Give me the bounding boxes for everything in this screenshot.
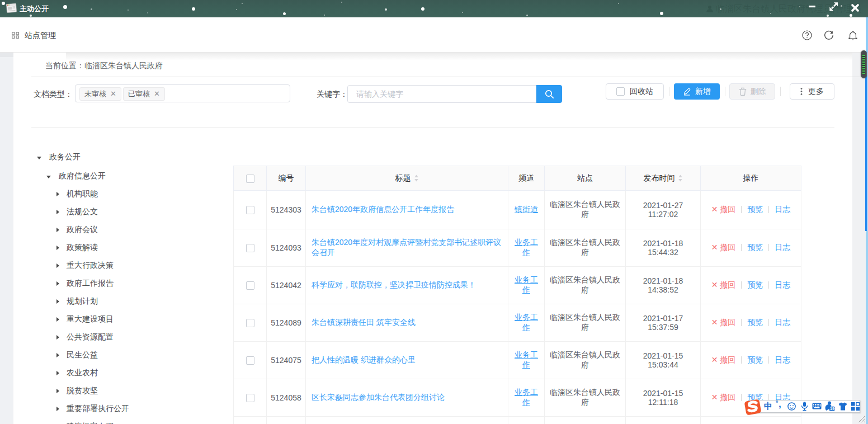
svg-text:19: 19: [830, 407, 834, 411]
